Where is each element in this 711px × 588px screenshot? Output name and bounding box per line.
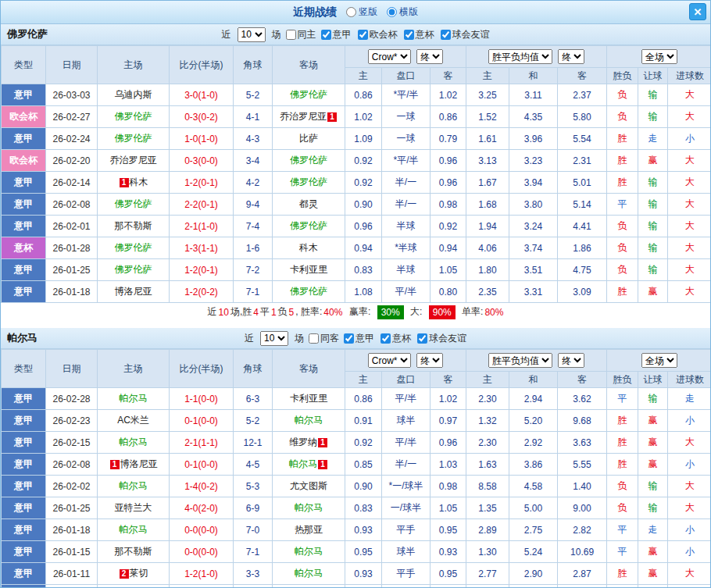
away-team-cell: 维罗纳1: [273, 432, 345, 454]
league-filter[interactable]: 欧会杯: [358, 28, 398, 41]
goals-verdict: 大: [668, 216, 711, 237]
ah-handicap: 一球: [382, 106, 431, 128]
home-team-cell: 1博洛尼亚: [98, 454, 170, 476]
handicap-final-select[interactable]: 终: [416, 49, 443, 64]
europe-odds-select[interactable]: 胜平负均值: [488, 353, 552, 368]
filter-bar: 近 10 场 同主 意甲欧会杯意杯球会友谊: [222, 27, 490, 42]
scope-select[interactable]: 全场: [641, 353, 677, 368]
away-team-cell: 帕尔马1: [273, 454, 345, 476]
match-date: 26-02-08: [46, 194, 98, 216]
layout-radio-vertical[interactable]: 竖版: [346, 5, 377, 19]
home-team-cell: 2莱切: [98, 563, 170, 585]
league-filter-checkbox[interactable]: [344, 333, 354, 344]
home-team-recent-section: 佛罗伦萨 近 10 场 同主 意甲欧会杯意杯球会友谊 类型: [1, 24, 710, 321]
home-team-cell: 乌迪内斯: [98, 84, 170, 106]
layout-vertical-label: 竖版: [359, 5, 377, 19]
layout-vertical-radio-input[interactable]: [346, 7, 356, 17]
europe-final-select[interactable]: 终: [558, 353, 584, 368]
league-filter[interactable]: 球会友谊: [417, 332, 466, 345]
summary-segment: 1: [271, 307, 277, 318]
result-verdict: 平: [607, 541, 638, 563]
recent-count-select[interactable]: 10: [238, 27, 266, 42]
handicap-verdict: 输: [638, 237, 668, 259]
away-team-cell: 尤文图斯: [273, 476, 345, 497]
ah-handicap: 平手: [382, 563, 431, 585]
same-venue-filter[interactable]: 同主: [286, 28, 316, 41]
sub-col-goals: 进球数: [668, 68, 711, 84]
col-type: 类型: [2, 350, 46, 388]
result-verdict: 胜: [607, 563, 638, 585]
recent-label: 近: [245, 332, 254, 345]
record-summary: 近10场,胜4平1负5, 胜率:40% 赢率: 30% 大: 90% 单率:80…: [1, 303, 710, 321]
match-row: 意甲26-03-03乌迪内斯3-0(1-0)5-2佛罗伦萨0.86*平/半1.0…: [2, 84, 711, 106]
summary-segment: 平: [260, 305, 270, 319]
league-filter[interactable]: 意杯: [381, 332, 411, 345]
eu-away-odds: 1.40: [558, 476, 607, 497]
league-badge: 意甲: [2, 585, 46, 588]
bookmaker-select[interactable]: Crow*: [368, 49, 411, 64]
score-cell: 2-1(1-1): [170, 432, 234, 454]
league-badge: 意甲: [2, 281, 46, 303]
league-filter[interactable]: 意杯: [404, 28, 434, 41]
away-team-cell: 热那亚: [273, 519, 345, 541]
league-filter-checkbox[interactable]: [358, 30, 368, 40]
layout-radio-horizontal[interactable]: 横版: [387, 5, 418, 19]
goals-verdict: 大: [668, 84, 711, 106]
match-date: 26-01-18: [46, 281, 98, 303]
ah-away-odds: 0.80: [431, 281, 466, 303]
same-venue-checkbox[interactable]: [309, 333, 319, 344]
handicap-final-select[interactable]: 终: [416, 353, 443, 368]
europe-final-select[interactable]: 终: [558, 49, 584, 64]
league-filter-label: 球会友谊: [429, 332, 466, 345]
same-venue-checkbox[interactable]: [286, 30, 296, 40]
team-label: 都灵: [299, 198, 318, 209]
layout-horizontal-radio-input[interactable]: [387, 7, 397, 17]
result-verdict: 负: [607, 216, 638, 237]
eu-draw-odds: 5.00: [509, 497, 558, 519]
ah-home-odds: 0.93: [345, 563, 382, 585]
league-filter-checkbox[interactable]: [321, 30, 331, 40]
red-card-badge: 2: [120, 569, 129, 579]
handicap-verdict: 赢: [638, 541, 668, 563]
league-filter-checkbox[interactable]: [417, 333, 427, 344]
recent-count-select[interactable]: 10: [260, 331, 288, 346]
result-verdict: 负: [607, 476, 638, 497]
col-score: 比分(半场): [170, 46, 234, 84]
summary-segment: 赢率:: [344, 305, 373, 319]
scope-select[interactable]: 全场: [641, 49, 677, 64]
handicap-verdict: 赢: [638, 563, 668, 585]
bookmaker-select[interactable]: Crow*: [368, 353, 411, 368]
goals-verdict: 大: [668, 259, 711, 281]
team-label: 帕尔马: [120, 524, 148, 535]
ah-home-odds: 0.92: [345, 150, 382, 172]
match-date: 26-02-23: [46, 410, 98, 432]
team-label: 博洛尼亚: [115, 286, 152, 297]
league-filter[interactable]: 意甲: [321, 28, 352, 41]
league-filter-checkbox[interactable]: [404, 30, 414, 40]
handicap-verdict: 赢: [638, 410, 668, 432]
score-cell: 4-0(2-0): [170, 497, 234, 519]
ah-home-odds: 0.90: [345, 194, 382, 216]
league-filter[interactable]: 球会友谊: [441, 28, 490, 41]
summary-segment: 大:: [408, 305, 425, 319]
goals-verdict: 大: [668, 497, 711, 519]
ah-handicap: 平/半: [382, 388, 431, 410]
handicap-verdict: 输: [638, 106, 668, 128]
same-venue-filter[interactable]: 同客: [309, 332, 339, 345]
eu-home-odds: 1.94: [466, 216, 509, 237]
ah-home-odds: 0.96: [345, 216, 382, 237]
scope-controls: 全场: [607, 350, 711, 372]
scope-controls: 全场: [607, 46, 711, 68]
ah-home-odds: 1.09: [345, 128, 382, 150]
away-team-cell: 帕尔马: [273, 410, 345, 432]
ah-handicap: *半球: [382, 237, 431, 259]
europe-odds-select[interactable]: 胜平负均值: [488, 49, 552, 64]
red-card-badge: 1: [318, 438, 327, 447]
summary-segment: 5: [289, 307, 295, 318]
league-filter-checkbox[interactable]: [381, 333, 391, 344]
league-filter-checkbox[interactable]: [441, 30, 451, 40]
close-button[interactable]: ✕: [689, 3, 706, 20]
league-badge: 意甲: [2, 172, 46, 194]
result-verdict: 负: [607, 585, 638, 588]
league-filter[interactable]: 意甲: [344, 332, 374, 345]
